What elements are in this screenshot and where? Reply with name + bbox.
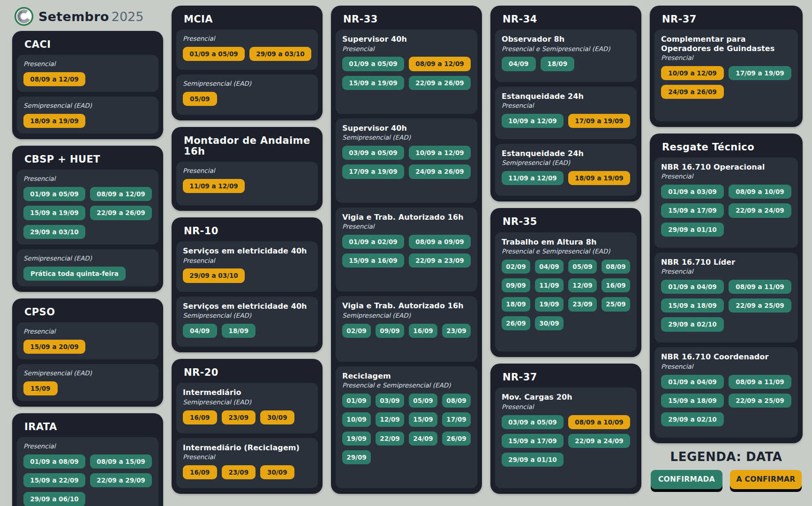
date-pill-confirmed[interactable]: 08/09 a 11/09 <box>729 375 791 389</box>
date-pill-to_confirm[interactable]: 11/09 a 12/09 <box>183 179 245 193</box>
date-pill-to_confirm[interactable]: 17/09 a 19/09 <box>568 114 630 128</box>
date-pill-confirmed[interactable]: 23/09 <box>568 297 597 311</box>
date-pill-confirmed[interactable]: 22/09 a 23/09 <box>409 253 471 268</box>
date-pill-confirmed[interactable]: Prática toda quinta-feira <box>23 267 126 281</box>
date-pill-confirmed[interactable]: 04/09 <box>183 324 217 338</box>
date-pill-to_confirm[interactable]: 15/09 a 20/09 <box>23 340 85 354</box>
date-pill-confirmed[interactable]: 18/09 <box>502 297 530 311</box>
date-pill-confirmed[interactable]: 05/09 <box>409 394 437 408</box>
date-pill-confirmed[interactable]: 04/09 <box>535 260 564 274</box>
date-pill-confirmed[interactable]: 26/09 <box>502 316 530 330</box>
date-pill-confirmed[interactable]: 01/09 a 08/09 <box>23 454 85 469</box>
date-pill-confirmed[interactable]: 01/09 a 02/09 <box>342 235 404 249</box>
date-pill-confirmed[interactable]: 22/09 <box>376 432 404 446</box>
date-pill-confirmed[interactable]: 29/09 a 02/10 <box>661 412 724 426</box>
date-pill-confirmed[interactable]: 01/09 a 04/09 <box>661 280 724 294</box>
date-pill-confirmed[interactable]: 19/09 <box>535 297 564 311</box>
date-pill-confirmed[interactable]: 24/09 <box>409 432 437 446</box>
date-pill-to_confirm[interactable]: 05/09 <box>183 92 217 106</box>
date-pill-to_confirm[interactable]: 30/09 <box>260 410 294 424</box>
date-pill-confirmed[interactable]: 19/09 <box>342 432 371 446</box>
date-pill-confirmed[interactable]: 15/09 a 18/09 <box>661 298 724 313</box>
date-pill-confirmed[interactable]: 01/09 a 03/09 <box>661 185 724 199</box>
date-pill-confirmed[interactable]: 29/09 a 02/10 <box>661 317 724 331</box>
date-pill-confirmed[interactable]: 09/09 <box>376 324 404 338</box>
date-pill-to_confirm[interactable]: 08/09 a 10/09 <box>568 415 630 429</box>
date-pill-confirmed[interactable]: 17/09 a 19/09 <box>342 164 404 179</box>
date-pill-to_confirm[interactable]: 23/09 <box>222 465 256 479</box>
date-pill-confirmed[interactable]: 08/09 <box>601 260 630 274</box>
date-pill-confirmed[interactable]: 08/09 a 10/09 <box>729 185 791 199</box>
date-pill-to_confirm[interactable]: 24/09 a 26/09 <box>661 85 724 99</box>
date-pill-confirmed[interactable]: 22/09 a 26/09 <box>409 76 471 90</box>
date-pill-confirmed[interactable]: 02/09 <box>502 260 530 274</box>
date-pill-confirmed[interactable]: 15/09 a 17/09 <box>502 434 564 448</box>
date-pill-confirmed[interactable]: 29/09 <box>342 450 371 464</box>
date-pill-to_confirm[interactable]: 08/09 a 12/09 <box>409 57 471 71</box>
date-pill-confirmed[interactable]: 02/09 <box>342 324 371 338</box>
date-pill-confirmed[interactable]: 08/09 <box>442 394 471 408</box>
date-pill-confirmed[interactable]: 22/09 a 25/09 <box>729 394 791 408</box>
date-pill-confirmed[interactable]: 30/09 <box>535 316 564 330</box>
date-pill-confirmed[interactable]: 10/09 a 12/09 <box>409 146 471 160</box>
date-pill-confirmed[interactable]: 15/09 <box>409 412 437 426</box>
date-pill-to_confirm[interactable]: 16/09 <box>183 410 217 424</box>
date-pill-confirmed[interactable]: 15/09 a 19/09 <box>342 76 404 90</box>
date-pill-confirmed[interactable]: 22/09 a 25/09 <box>729 298 791 313</box>
date-pill-to_confirm[interactable]: 18/09 a 19/09 <box>568 171 630 185</box>
date-pill-confirmed[interactable]: 26/09 <box>442 432 471 446</box>
date-pill-confirmed[interactable]: 11/09 a 12/09 <box>502 171 564 185</box>
date-pill-confirmed[interactable]: 12/09 <box>568 278 597 292</box>
date-pill-confirmed[interactable]: 03/09 <box>376 394 404 408</box>
date-pill-confirmed[interactable]: 29/09 a 01/10 <box>502 453 564 467</box>
date-pill-confirmed[interactable]: 16/09 <box>601 278 630 292</box>
date-pill-confirmed[interactable]: 01/09 a 04/09 <box>661 375 724 389</box>
date-pill-confirmed[interactable]: 17/09 a 19/09 <box>729 66 791 80</box>
date-pill-confirmed[interactable]: 23/09 <box>442 324 471 338</box>
date-pill-confirmed[interactable]: 17/09 <box>442 412 471 426</box>
date-pill-confirmed[interactable]: 11/09 <box>535 278 564 292</box>
date-pill-confirmed[interactable]: 09/09 <box>502 278 530 292</box>
date-pill-to_confirm[interactable]: 08/09 a 12/09 <box>23 72 85 86</box>
date-pill-confirmed[interactable]: 16/09 <box>409 324 437 338</box>
date-pill-confirmed[interactable]: 15/09 a 22/09 <box>23 473 85 487</box>
date-pill-confirmed[interactable]: 15/09 a 19/09 <box>23 206 85 220</box>
date-pill-confirmed[interactable]: 01/09 a 05/09 <box>23 187 85 201</box>
date-pill-confirmed[interactable]: 25/09 <box>601 297 630 311</box>
date-pill-confirmed[interactable]: 22/09 a 24/09 <box>568 434 630 448</box>
date-pill-confirmed[interactable]: 08/09 a 11/09 <box>729 280 791 294</box>
date-pill-confirmed[interactable]: 18/09 <box>541 57 575 71</box>
date-pill-to_confirm[interactable]: 01/09 a 05/09 <box>183 47 245 61</box>
date-pill-confirmed[interactable]: 08/09 a 09/09 <box>409 235 471 249</box>
date-pill-confirmed[interactable]: 15/09 a 16/09 <box>342 253 404 268</box>
date-pill-confirmed[interactable]: 05/09 <box>568 260 597 274</box>
date-pill-to_confirm[interactable]: 29/09 a 03/10 <box>249 47 311 61</box>
date-pill-confirmed[interactable]: 01/09 a 05/09 <box>342 57 404 71</box>
date-pill-confirmed[interactable]: 15/09 a 18/09 <box>661 394 724 408</box>
date-pill-to_confirm[interactable]: 30/09 <box>260 465 294 479</box>
date-pill-confirmed[interactable]: 12/09 <box>376 412 404 426</box>
date-pill-confirmed[interactable]: 22/09 a 29/09 <box>90 473 152 487</box>
date-pill-confirmed[interactable]: 15/09 a 17/09 <box>661 203 724 217</box>
date-pill-to_confirm[interactable]: 23/09 <box>222 410 256 424</box>
date-pill-to_confirm[interactable]: 16/09 <box>183 465 217 479</box>
date-pill-confirmed[interactable]: 03/09 a 05/09 <box>342 146 404 160</box>
date-pill-confirmed[interactable]: 18/09 <box>222 324 256 338</box>
date-pill-confirmed[interactable]: 04/09 <box>502 57 536 71</box>
date-pill-confirmed[interactable]: 24/09 a 26/09 <box>409 164 471 179</box>
date-pill-confirmed[interactable]: 29/09 a 06/10 <box>23 492 85 506</box>
date-pill-to_confirm[interactable]: 15/09 <box>23 381 58 395</box>
date-pill-to_confirm[interactable]: 18/09 a 19/09 <box>23 114 85 128</box>
date-pill-confirmed[interactable]: 10/09 a 12/09 <box>502 114 564 128</box>
date-pill-to_confirm[interactable]: 29/09 a 03/10 <box>183 268 245 283</box>
date-pill-confirmed[interactable]: 22/09 a 24/09 <box>729 203 791 217</box>
date-pill-confirmed[interactable]: 01/09 <box>342 394 371 408</box>
date-pill-confirmed[interactable]: 22/09 a 26/09 <box>90 206 152 220</box>
date-pill-to_confirm[interactable]: 10/09 a 12/09 <box>661 66 724 80</box>
date-pill-confirmed[interactable]: 10/09 <box>342 412 371 426</box>
date-pill-confirmed[interactable]: 08/09 a 12/09 <box>90 187 152 201</box>
date-pill-confirmed[interactable]: 08/09 a 15/09 <box>90 454 152 469</box>
date-pill-confirmed[interactable]: 29/09 a 01/10 <box>661 223 724 237</box>
date-pill-confirmed[interactable]: 03/09 a 05/09 <box>502 415 564 429</box>
date-pill-confirmed[interactable]: 29/09 a 03/10 <box>23 225 85 239</box>
